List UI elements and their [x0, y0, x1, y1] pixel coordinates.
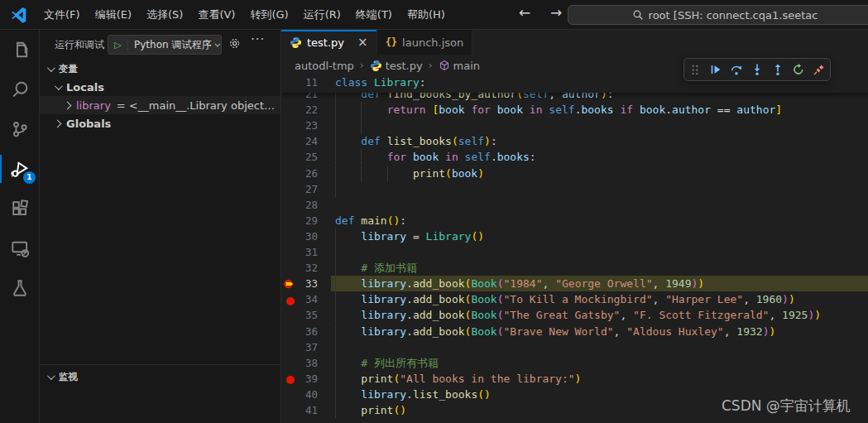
editor-group: test.py×{}launch.json autodl-tmp›test.py…: [281, 30, 868, 423]
variables-tree: Localslibrary= <__main__.Library object……: [40, 78, 281, 132]
current-frame-icon[interactable]: [283, 277, 296, 291]
watch-title: 监视: [59, 371, 78, 383]
code-line-37: 37: [281, 339, 868, 355]
search-icon: [632, 9, 644, 21]
scope-Globals[interactable]: Globals: [40, 114, 281, 132]
back-arrow-icon[interactable]: ←: [515, 4, 535, 21]
tab-bar: test.py×{}launch.json: [281, 30, 868, 55]
code-line-22: 22 return [book for book in self.books i…: [281, 102, 868, 118]
code-line-27: 27: [281, 181, 868, 197]
code-line-34: 34 library.add_book(Book("To Kill a Mock…: [281, 291, 868, 307]
code-line-38: 38 # 列出所有书籍: [281, 355, 868, 371]
menu-item-4[interactable]: 转到(G): [242, 4, 295, 26]
code-line-28: 28: [281, 197, 868, 213]
more-actions-icon[interactable]: ···: [251, 32, 265, 47]
debug-config-label: Python 调试程序: [128, 38, 213, 52]
command-center-text: root [SSH: connect.cqa1.seetac: [649, 9, 818, 22]
drag-handle-icon[interactable]: [688, 63, 703, 77]
code-line-31: 31: [281, 244, 868, 260]
disconnect-button[interactable]: [813, 63, 827, 77]
chevron-down-icon: [215, 41, 221, 46]
watermark: CSDN @宇宙计算机: [722, 397, 851, 416]
step-out-button[interactable]: [771, 63, 785, 77]
variables-section-header[interactable]: 变量: [40, 60, 281, 78]
tab-label: test.py: [307, 36, 344, 49]
remote-explorer-icon[interactable]: [0, 228, 40, 268]
chevron-down-icon: [47, 64, 55, 72]
code-line-26: 26 print(book): [281, 166, 868, 181]
chevron-icon: [55, 82, 63, 90]
step-into-button[interactable]: [751, 63, 765, 77]
testing-icon[interactable]: [0, 268, 40, 308]
chevron-down-icon: [47, 372, 55, 380]
code-line-33: 33 library.add_book(Book("1984", "George…: [281, 276, 868, 291]
step-over-button[interactable]: [730, 63, 744, 77]
tab-label: launch.json: [402, 36, 463, 49]
python-icon: [370, 60, 382, 72]
variables-section: 变量 Localslibrary= <__main__.Library obje…: [40, 60, 281, 132]
code-line-35: 35 library.add_book(Book("The Great Gats…: [281, 307, 868, 323]
code-line-23: 23: [281, 118, 868, 133]
explorer-icon[interactable]: [0, 30, 40, 70]
vscode-logo-icon: [10, 6, 28, 24]
tab-test.py[interactable]: test.py×: [281, 30, 377, 55]
code-editor[interactable]: 21 def find_books_by_author(self, author…: [281, 76, 868, 423]
debug-badge: 1: [23, 171, 36, 184]
restart-button[interactable]: [792, 63, 806, 77]
extensions-icon[interactable]: [0, 189, 40, 228]
tab-launch.json[interactable]: {}launch.json: [377, 30, 473, 55]
sidebar-title: 运行和调试: [55, 38, 104, 52]
code-line-25: 25 for book in self.books:: [281, 149, 868, 165]
run-and-debug-icon[interactable]: 1: [0, 149, 40, 189]
symbol-method-icon: [439, 60, 450, 71]
start-debug-icon[interactable]: ▷: [108, 40, 128, 50]
debug-toolbar: [683, 58, 831, 81]
activity-bar: 1: [0, 30, 40, 423]
breadcrumb-item-0[interactable]: autodl-tmp: [295, 60, 354, 72]
menu-item-3[interactable]: 查看(V): [190, 4, 242, 26]
breakpoint-icon[interactable]: [283, 373, 296, 386]
source-control-icon[interactable]: [0, 109, 40, 149]
menu-item-2[interactable]: 选择(S): [139, 4, 190, 26]
code-line-29: 29def main():: [281, 213, 868, 228]
code-line-36: 36 library.add_book(Book("Brave New Worl…: [281, 324, 868, 339]
command-center-search[interactable]: root [SSH: connect.cqa1.seetac: [568, 5, 868, 25]
code-line-32: 32 # 添加书籍: [281, 260, 868, 276]
python-icon: [290, 36, 302, 49]
close-tab-icon[interactable]: ×: [357, 35, 368, 50]
menu-bar: 文件(F)编辑(E)选择(S)查看(V)转到(G)运行(R)终端(T)帮助(H): [36, 4, 453, 26]
scope-Locals[interactable]: Locals: [40, 78, 281, 96]
menu-item-5[interactable]: 运行(R): [296, 4, 348, 26]
title-bar: 文件(F)编辑(E)选择(S)查看(V)转到(G)运行(R)终端(T)帮助(H)…: [0, 0, 868, 30]
breadcrumb-item-1[interactable]: test.py: [370, 60, 423, 72]
continue-button[interactable]: [709, 63, 723, 77]
menu-item-6[interactable]: 终端(T): [348, 4, 400, 26]
code-line-39: 39 print("All books in the library:"): [281, 371, 868, 387]
breakpoint-icon[interactable]: [283, 293, 296, 306]
chevron-right-icon: [64, 101, 72, 109]
menu-item-0[interactable]: 文件(F): [36, 4, 88, 26]
debug-sidebar: 运行和调试 ▷ Python 调试程序 ··· 变量 Localslibrary…: [40, 30, 281, 423]
vscode-window: 文件(F)编辑(E)选择(S)查看(V)转到(G)运行(R)终端(T)帮助(H)…: [0, 0, 868, 423]
json-icon: {}: [386, 36, 397, 48]
code-line-30: 30 library = Library(): [281, 228, 868, 244]
search-icon[interactable]: [0, 70, 40, 109]
debug-config-dropdown[interactable]: ▷ Python 调试程序: [108, 35, 222, 55]
breadcrumb-separator: ›: [427, 60, 434, 71]
menu-item-7[interactable]: 帮助(H): [400, 4, 453, 26]
breadcrumb-item-2[interactable]: main: [439, 60, 480, 72]
chevron-icon: [54, 119, 62, 127]
variables-title: 变量: [59, 63, 78, 75]
code-line-24: 24 def list_books(self):: [281, 133, 868, 149]
breadcrumb-separator: ›: [358, 60, 366, 71]
menu-item-1[interactable]: 编辑(E): [88, 4, 139, 26]
watch-section: 监视: [40, 364, 281, 386]
variable-row[interactable]: library= <__main__.Library object…: [40, 96, 281, 114]
gear-icon[interactable]: [228, 37, 241, 50]
watch-section-header[interactable]: 监视: [40, 368, 281, 386]
forward-arrow-icon[interactable]: →: [546, 4, 566, 21]
